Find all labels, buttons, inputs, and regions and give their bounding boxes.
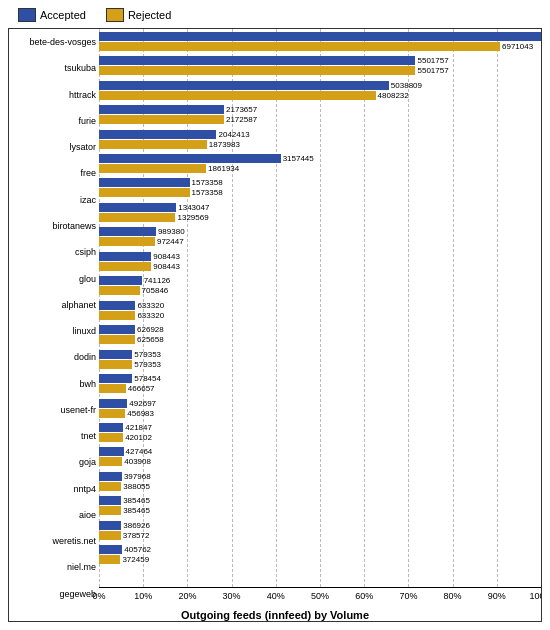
accepted-bar: [99, 130, 216, 139]
accepted-bar-line: 626928: [99, 325, 541, 334]
rejected-bar-line: 1329569: [99, 213, 541, 222]
accepted-value-label: 741126: [144, 276, 171, 285]
rejected-value-label: 633320: [137, 311, 164, 320]
bar-row: 578454466657: [99, 371, 541, 395]
bar-row: 397968388055: [99, 469, 541, 493]
y-label: furie: [9, 108, 99, 134]
accepted-bar: [99, 56, 415, 65]
y-label: aioe: [9, 502, 99, 528]
rejected-value-label: 420102: [125, 433, 152, 442]
accepted-bar-line: 5038809: [99, 81, 541, 90]
x-tick: 0%: [92, 591, 105, 601]
y-label: tsukuba: [9, 55, 99, 81]
chart-title: Outgoing feeds (innfeed) by Volume: [9, 609, 541, 621]
rejected-bar-line: 4808232: [99, 91, 541, 100]
accepted-value-label: 626928: [137, 325, 164, 334]
bar-row: 13430471329569: [99, 200, 541, 224]
rejected-bar-line: 5501757: [99, 66, 541, 75]
accepted-bar: [99, 399, 127, 408]
x-axis: 0%10%20%30%40%50%60%70%80%90%100%: [99, 587, 541, 607]
rejected-bar-line: 1873983: [99, 140, 541, 149]
x-tick: 60%: [355, 591, 373, 601]
accepted-bar: [99, 374, 132, 383]
legend: Accepted Rejected: [18, 8, 542, 22]
rejected-bar-line: 403908: [99, 457, 541, 466]
rejected-value-label: 6971043: [502, 42, 533, 51]
x-tick: 80%: [444, 591, 462, 601]
y-label: gegeweb: [9, 581, 99, 607]
rejected-bar: [99, 360, 132, 369]
rejected-bar-line: 908443: [99, 262, 541, 271]
rejected-value-label: 4808232: [378, 91, 409, 100]
y-label: usenet-fr: [9, 397, 99, 423]
rejected-bar: [99, 555, 120, 564]
rejected-value-label: 1861934: [208, 164, 239, 173]
accepted-value-label: 397968: [124, 472, 151, 481]
rejected-bar: [99, 237, 155, 246]
rejected-value-label: 705846: [142, 286, 169, 295]
accepted-value-label: 1343047: [178, 203, 209, 212]
rejected-value-label: 466657: [128, 384, 155, 393]
accepted-value-label: 579353: [134, 350, 161, 359]
accepted-bar: [99, 350, 132, 359]
accepted-bar: [99, 472, 122, 481]
y-label: niel.me: [9, 554, 99, 580]
bar-row: 405762372459: [99, 543, 541, 567]
rejected-value-label: 372459: [122, 555, 149, 564]
accepted-bar: [99, 203, 176, 212]
rejected-bar-line: 1573358: [99, 188, 541, 197]
accepted-bar: [99, 301, 135, 310]
accepted-bar-line: 3157445: [99, 154, 541, 163]
y-label: httrack: [9, 82, 99, 108]
rejected-value-label: 579353: [134, 360, 161, 369]
bar-row: 989380972447: [99, 225, 541, 249]
rejected-bar-line: 6971043: [99, 42, 541, 51]
accepted-value-label: 1573358: [192, 178, 223, 187]
accepted-bar-line: 1343047: [99, 203, 541, 212]
accepted-bar-line: 741126: [99, 276, 541, 285]
accepted-value-label: 2173657: [226, 105, 257, 114]
rejected-bar: [99, 66, 415, 75]
rejected-value-label: 908443: [153, 262, 180, 271]
legend-rejected-label: Rejected: [128, 9, 171, 21]
accepted-bar-line: 2042413: [99, 130, 541, 139]
bar-row: 741126705846: [99, 274, 541, 298]
chart-border: bete-des-vosgestsukubahttrackfurielysato…: [8, 28, 542, 622]
accepted-bar: [99, 496, 121, 505]
bars-and-grid: 7683392697104355017575501757503880948082…: [99, 29, 541, 607]
accepted-value-label: 385465: [123, 496, 150, 505]
rejected-value-label: 1329569: [177, 213, 208, 222]
rejected-bar: [99, 335, 135, 344]
accepted-bar: [99, 178, 190, 187]
accepted-value-label: 908443: [153, 252, 180, 261]
rejected-bar: [99, 531, 121, 540]
y-label: free: [9, 160, 99, 186]
rejected-value-label: 972447: [157, 237, 184, 246]
accepted-bar-line: 908443: [99, 252, 541, 261]
accepted-bar-line: 385465: [99, 496, 541, 505]
accepted-bar: [99, 423, 123, 432]
accepted-bar: [99, 447, 124, 456]
accepted-bar: [99, 252, 151, 261]
y-label: tnet: [9, 423, 99, 449]
y-label: dodin: [9, 344, 99, 370]
x-tick: 70%: [399, 591, 417, 601]
grid-line: [541, 29, 542, 587]
rejected-bar: [99, 91, 376, 100]
accepted-value-label: 633320: [137, 301, 164, 310]
legend-accepted-box: [18, 8, 36, 22]
rejected-value-label: 1873983: [209, 140, 240, 149]
accepted-bar-line: 492697: [99, 399, 541, 408]
legend-rejected-box: [106, 8, 124, 22]
accepted-bar-line: 578454: [99, 374, 541, 383]
rejected-bar-line: 1861934: [99, 164, 541, 173]
accepted-bar: [99, 276, 142, 285]
legend-accepted-label: Accepted: [40, 9, 86, 21]
x-tick: 20%: [178, 591, 196, 601]
x-tick: 100%: [529, 591, 542, 601]
accepted-bar-line: 427464: [99, 447, 541, 456]
accepted-bar: [99, 81, 389, 90]
rejected-bar: [99, 311, 135, 320]
accepted-bar-line: 405762: [99, 545, 541, 554]
accepted-bar-line: 989380: [99, 227, 541, 236]
